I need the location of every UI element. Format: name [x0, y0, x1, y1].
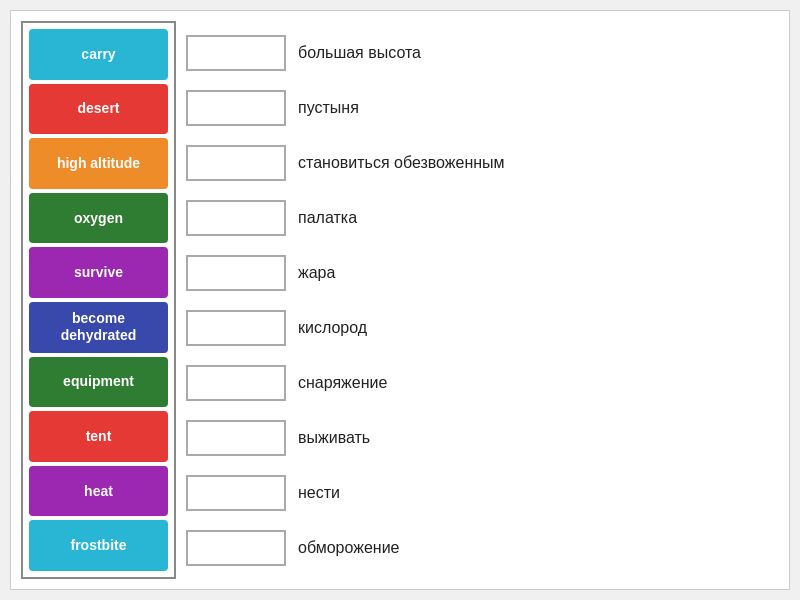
translation-label-7: выживать [298, 429, 370, 447]
translation-label-5: кислород [298, 319, 367, 337]
word-btn-tent[interactable]: tent [29, 411, 168, 462]
match-input-4[interactable] [186, 255, 286, 291]
match-input-3[interactable] [186, 200, 286, 236]
translation-label-2: становиться обезвоженным [298, 154, 505, 172]
match-input-6[interactable] [186, 365, 286, 401]
match-input-8[interactable] [186, 475, 286, 511]
word-btn-frostbite[interactable]: frostbite [29, 520, 168, 571]
match-row-1: пустыня [186, 90, 769, 126]
translation-label-0: большая высота [298, 44, 421, 62]
word-btn-oxygen[interactable]: oxygen [29, 193, 168, 244]
match-input-1[interactable] [186, 90, 286, 126]
word-btn-high_altitude[interactable]: high altitude [29, 138, 168, 189]
match-input-0[interactable] [186, 35, 286, 71]
word-btn-survive[interactable]: survive [29, 247, 168, 298]
match-row-2: становиться обезвоженным [186, 145, 769, 181]
translation-label-4: жара [298, 264, 335, 282]
match-row-7: выживать [186, 420, 769, 456]
word-btn-become_dehydrated[interactable]: become dehydrated [29, 302, 168, 353]
translation-label-1: пустыня [298, 99, 359, 117]
translation-label-6: снаряжение [298, 374, 387, 392]
match-row-0: большая высота [186, 35, 769, 71]
word-btn-heat[interactable]: heat [29, 466, 168, 517]
translations-column: большая высотапустынястановиться обезвож… [176, 21, 779, 579]
words-column: carrydeserthigh altitudeoxygensurvivebec… [21, 21, 176, 579]
translation-label-8: нести [298, 484, 340, 502]
match-row-3: палатка [186, 200, 769, 236]
word-btn-equipment[interactable]: equipment [29, 357, 168, 408]
match-input-5[interactable] [186, 310, 286, 346]
word-btn-carry[interactable]: carry [29, 29, 168, 80]
match-row-6: снаряжение [186, 365, 769, 401]
match-row-5: кислород [186, 310, 769, 346]
match-row-9: обморожение [186, 530, 769, 566]
match-input-2[interactable] [186, 145, 286, 181]
main-container: carrydeserthigh altitudeoxygensurvivebec… [10, 10, 790, 590]
match-row-8: нести [186, 475, 769, 511]
translation-label-9: обморожение [298, 539, 400, 557]
match-input-9[interactable] [186, 530, 286, 566]
match-input-7[interactable] [186, 420, 286, 456]
word-btn-desert[interactable]: desert [29, 84, 168, 135]
translation-label-3: палатка [298, 209, 357, 227]
match-row-4: жара [186, 255, 769, 291]
